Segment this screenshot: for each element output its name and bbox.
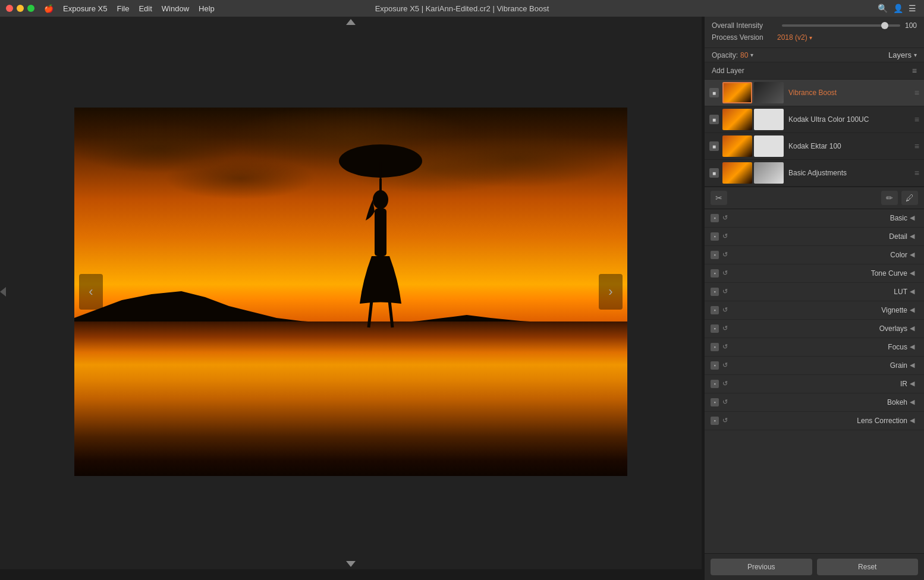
- layer-item-vibrance-boost[interactable]: ■ Vibrance Boost ≡: [705, 80, 924, 106]
- bottom-arrow-row: [0, 559, 702, 569]
- adj-toggle-lens-correction[interactable]: ▪: [711, 417, 719, 425]
- edit-menu[interactable]: Edit: [139, 4, 152, 13]
- process-version-value[interactable]: 2018 (v2): [777, 33, 807, 42]
- adj-refresh-color[interactable]: ↺: [722, 251, 731, 259]
- help-menu[interactable]: Help: [199, 4, 215, 13]
- layer-visibility-toggle-3[interactable]: ■: [709, 141, 719, 151]
- adj-refresh-focus[interactable]: ↺: [722, 343, 731, 351]
- layer-color-thumb-2: [722, 109, 752, 130]
- layer-visibility-toggle-2[interactable]: ■: [709, 115, 719, 124]
- adj-refresh-basic[interactable]: ↺: [722, 214, 731, 222]
- adj-expand-ir[interactable]: ◀: [910, 380, 918, 388]
- minimize-button[interactable]: [17, 5, 24, 12]
- layer-thumbs-2: [722, 109, 784, 130]
- intensity-thumb[interactable]: [881, 22, 888, 29]
- layer-item-basic-adjustments[interactable]: ■ Basic Adjustments ≡: [705, 160, 924, 187]
- apple-menu[interactable]: 🍎: [44, 4, 54, 13]
- opacity-dropdown-arrow[interactable]: ▾: [750, 52, 753, 58]
- adj-expand-tone-curve[interactable]: ◀: [910, 269, 918, 278]
- window-menu[interactable]: Window: [162, 4, 189, 13]
- close-button[interactable]: [6, 5, 13, 12]
- intensity-slider[interactable]: [782, 24, 900, 27]
- layer-options-3[interactable]: ≡: [914, 141, 919, 151]
- left-panel-toggle[interactable]: [0, 287, 6, 297]
- adj-refresh-detail[interactable]: ↺: [722, 232, 731, 241]
- adj-toggle-ir[interactable]: ▪: [711, 380, 719, 388]
- title-bar-right: 🔍 👤 ☰: [878, 4, 918, 13]
- adj-toggle-tone-curve[interactable]: ▪: [711, 269, 719, 278]
- adj-refresh-grain[interactable]: ↺: [722, 361, 731, 370]
- adj-row-color[interactable]: ▪ ↺ Color ◀: [705, 246, 924, 264]
- adj-toggle-focus[interactable]: ▪: [711, 343, 719, 351]
- adj-refresh-bokeh[interactable]: ↺: [722, 398, 731, 406]
- reset-button[interactable]: Reset: [817, 559, 919, 575]
- layer-options-4[interactable]: ≡: [914, 168, 919, 178]
- layer-visibility-toggle-1[interactable]: ■: [709, 88, 719, 97]
- adj-expand-lut[interactable]: ◀: [910, 288, 918, 296]
- layer-item-kodak-ektar[interactable]: ■ Kodak Ektar 100 ≡: [705, 133, 924, 160]
- adj-refresh-lens-correction[interactable]: ↺: [722, 417, 731, 425]
- crop-tool-button[interactable]: ✂: [711, 191, 727, 205]
- adj-expand-bokeh[interactable]: ◀: [910, 398, 918, 406]
- bottom-buttons: Previous Reset: [705, 553, 924, 580]
- adj-refresh-lut[interactable]: ↺: [722, 288, 731, 296]
- adj-row-focus[interactable]: ▪ ↺ Focus ◀: [705, 338, 924, 357]
- adj-expand-lens-correction[interactable]: ◀: [910, 417, 918, 425]
- adj-toggle-grain[interactable]: ▪: [711, 361, 719, 370]
- adj-expand-detail[interactable]: ◀: [910, 232, 918, 241]
- next-image-button[interactable]: ›: [599, 274, 623, 310]
- adj-row-bokeh[interactable]: ▪ ↺ Bokeh ◀: [705, 393, 924, 412]
- adj-refresh-ir[interactable]: ↺: [722, 380, 731, 388]
- app-name-menu[interactable]: Exposure X5: [63, 4, 107, 13]
- paint-brush-button[interactable]: ✏: [881, 191, 898, 205]
- user-icon[interactable]: 👤: [893, 4, 903, 13]
- layers-dropdown-arrow[interactable]: ▾: [914, 52, 917, 58]
- adj-row-tone-curve[interactable]: ▪ ↺ Tone Curve ◀: [705, 264, 924, 283]
- figure-silhouette: [333, 143, 428, 336]
- erase-brush-button[interactable]: 🖊: [901, 191, 918, 205]
- layer-color-thumb-1: [722, 82, 752, 103]
- previous-image-button[interactable]: ‹: [79, 274, 103, 310]
- add-layer-menu-icon[interactable]: ≡: [912, 66, 917, 75]
- layer-options-2[interactable]: ≡: [914, 115, 919, 124]
- adj-toggle-bokeh[interactable]: ▪: [711, 398, 719, 406]
- adj-expand-vignette[interactable]: ◀: [910, 306, 918, 314]
- layer-visibility-toggle-4[interactable]: ■: [709, 168, 719, 178]
- adj-row-basic[interactable]: ▪ ↺ Basic ◀: [705, 209, 924, 228]
- add-layer-row: Add Layer ≡: [705, 62, 924, 80]
- top-expand-arrow[interactable]: [346, 19, 356, 25]
- adj-toggle-color[interactable]: ▪: [711, 251, 719, 259]
- bottom-expand-arrow[interactable]: [346, 561, 356, 567]
- adj-row-grain[interactable]: ▪ ↺ Grain ◀: [705, 357, 924, 375]
- adj-refresh-overlays[interactable]: ↺: [722, 324, 731, 333]
- adj-expand-basic[interactable]: ◀: [910, 214, 918, 222]
- adj-toggle-lut[interactable]: ▪: [711, 288, 719, 296]
- previous-button[interactable]: Previous: [711, 559, 812, 575]
- search-icon[interactable]: 🔍: [878, 4, 887, 13]
- add-layer-button[interactable]: Add Layer: [712, 67, 744, 75]
- adj-row-lut[interactable]: ▪ ↺ LUT ◀: [705, 283, 924, 301]
- opacity-value[interactable]: 80: [740, 51, 748, 59]
- adj-row-detail[interactable]: ▪ ↺ Detail ◀: [705, 228, 924, 246]
- adj-row-vignette[interactable]: ▪ ↺ Vignette ◀: [705, 301, 924, 320]
- adj-toggle-vignette[interactable]: ▪: [711, 306, 719, 314]
- adj-expand-color[interactable]: ◀: [910, 251, 918, 259]
- adj-refresh-tone-curve[interactable]: ↺: [722, 269, 731, 278]
- adj-row-overlays[interactable]: ▪ ↺ Overlays ◀: [705, 320, 924, 338]
- adj-toggle-basic[interactable]: ▪: [711, 214, 719, 222]
- layer-options-1[interactable]: ≡: [914, 88, 919, 97]
- list-icon[interactable]: ☰: [909, 4, 918, 13]
- layer-item-kodak-ultra[interactable]: ■ Kodak Ultra Color 100UC ≡: [705, 106, 924, 133]
- process-version-dropdown[interactable]: ▾: [809, 34, 812, 41]
- adj-toggle-overlays[interactable]: ▪: [711, 324, 719, 333]
- top-controls: Overall Intensity 100 Process Version 20…: [705, 17, 924, 48]
- adj-expand-overlays[interactable]: ◀: [910, 324, 918, 333]
- adj-refresh-vignette[interactable]: ↺: [722, 306, 731, 314]
- adj-row-lens-correction[interactable]: ▪ ↺ Lens Correction ◀: [705, 412, 924, 430]
- maximize-button[interactable]: [27, 5, 34, 12]
- adj-row-ir[interactable]: ▪ ↺ IR ◀: [705, 375, 924, 393]
- adj-expand-focus[interactable]: ◀: [910, 343, 918, 351]
- adj-expand-grain[interactable]: ◀: [910, 361, 918, 370]
- adj-toggle-detail[interactable]: ▪: [711, 232, 719, 241]
- file-menu[interactable]: File: [117, 4, 129, 13]
